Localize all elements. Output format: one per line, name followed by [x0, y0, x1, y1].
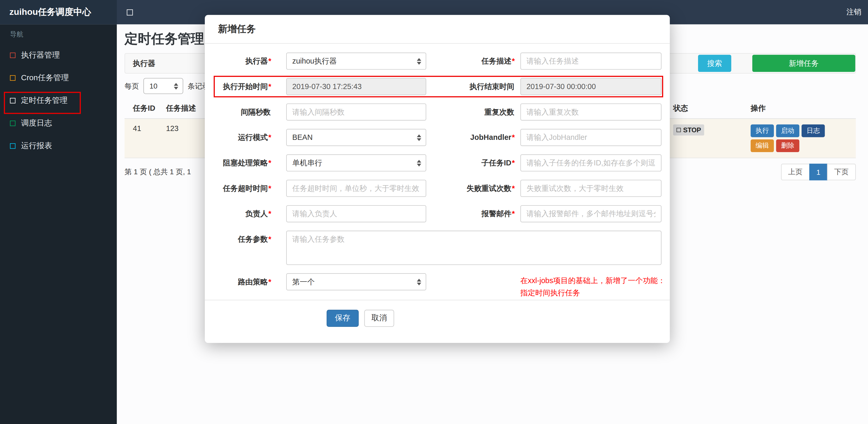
delete-button[interactable]: 删除	[776, 139, 799, 152]
pagination: 上页 1 下页	[781, 164, 856, 181]
alarm-email-input[interactable]	[520, 205, 661, 222]
app-viewport: zuihou任务调度中心 注销 导航 执行器管理 Cron任务管理 定时任务管理…	[0, 0, 868, 424]
sidebar-item-executor-management[interactable]: 执行器管理	[0, 44, 117, 66]
sidebar-item-label: 执行器管理	[21, 50, 60, 60]
prev-page-button[interactable]: 上页	[781, 164, 810, 181]
child-job-label: 子任务ID*	[426, 155, 515, 172]
retry-count-input[interactable]	[520, 180, 661, 197]
jobhandler-input[interactable]	[520, 129, 661, 146]
execute-button[interactable]: 执行	[751, 125, 774, 137]
job-param-textarea[interactable]	[286, 231, 661, 265]
start-time-field[interactable]: 2019-07-30 17:25:43	[286, 78, 426, 95]
menu-square-icon	[10, 143, 16, 149]
sidebar-toggle[interactable]	[117, 0, 142, 24]
retry-count-label: 失败重试次数*	[426, 180, 515, 197]
executor-filter-label: 执行器	[133, 58, 155, 68]
menu-square-icon	[10, 75, 16, 80]
menu-square-icon	[10, 98, 16, 103]
start-time-label: 执行开始时间*	[219, 78, 271, 95]
sidebar-item-dispatch-log[interactable]: 调度日志	[0, 112, 117, 134]
job-desc-label: 任务描述*	[426, 53, 515, 70]
next-page-button[interactable]: 下页	[827, 164, 856, 181]
pagination-summary: 第 1 页 ( 总共 1 页, 1	[125, 167, 191, 177]
select-arrows-icon	[417, 134, 421, 141]
status-badge: STOP	[673, 125, 704, 135]
save-button[interactable]: 保存	[327, 309, 359, 327]
form-row: 运行模式* BEAN JobHandler*	[205, 129, 670, 146]
repeat-count-input[interactable]	[520, 103, 661, 121]
feature-note: 在xxl-jobs项目的基础上，新增了一个功能： 指定时间执行任务	[520, 273, 665, 299]
run-mode-label: 运行模式*	[219, 129, 271, 146]
form-row: 间隔秒数 重复次数	[205, 103, 670, 121]
run-mode-select[interactable]: BEAN	[286, 129, 426, 146]
modal-body: 执行器* zuihou执行器 任务描述* 执行开始时间* 2019-07-30 …	[205, 44, 670, 299]
menu-square-icon	[10, 52, 16, 58]
route-strategy-label: 路由策略*	[219, 273, 271, 290]
form-row: 执行器* zuihou执行器 任务描述*	[205, 53, 670, 70]
executor-label: 执行器*	[219, 53, 271, 70]
status-square-icon	[676, 128, 681, 132]
logout-link[interactable]: 注销	[840, 0, 868, 24]
form-row: 负责人* 报警邮件*	[205, 205, 670, 222]
per-page-select[interactable]: 10	[143, 78, 183, 94]
select-arrows-icon	[174, 83, 178, 89]
sidebar-item-scheduled-task-management[interactable]: 定时任务管理	[0, 89, 117, 112]
block-strategy-select[interactable]: 单机串行	[286, 155, 426, 172]
per-page-label: 每页	[125, 81, 139, 91]
form-row: 任务超时时间* 失败重试次数*	[205, 180, 670, 197]
select-arrows-icon	[417, 58, 421, 64]
end-time-label: 执行结束时间	[426, 78, 515, 95]
child-job-input[interactable]	[520, 155, 661, 172]
modal-title: 新增任务	[218, 23, 256, 35]
block-strategy-label: 阻塞处理策略*	[219, 155, 271, 172]
job-desc-input[interactable]	[520, 53, 661, 70]
owner-input[interactable]	[286, 205, 426, 222]
executor-select[interactable]: zuihou执行器	[286, 53, 426, 70]
log-button[interactable]: 日志	[802, 125, 825, 137]
page-number-button[interactable]: 1	[809, 164, 828, 181]
modal-header: 新增任务	[205, 15, 670, 43]
form-row: 执行开始时间* 2019-07-30 17:25:43 执行结束时间 2019-…	[205, 78, 670, 95]
jobhandler-label: JobHandler*	[426, 129, 515, 146]
header-status: 状态	[671, 98, 748, 118]
sidebar-item-label: 定时任务管理	[21, 95, 67, 105]
sidebar-toggle-icon	[126, 9, 132, 15]
search-button[interactable]: 搜索	[698, 55, 731, 72]
form-row: 阻塞处理策略* 单机串行 子任务ID*	[205, 155, 670, 172]
repeat-count-label: 重复次数	[426, 103, 515, 121]
cell-operations: 执行 启动 日志 编辑 删除	[748, 119, 856, 158]
sidebar-item-label: 调度日志	[21, 118, 52, 128]
cell-task-id: 41	[125, 119, 163, 158]
alarm-email-label: 报警邮件*	[426, 205, 515, 222]
app-brand: zuihou任务调度中心	[0, 0, 117, 24]
timeout-label: 任务超时时间*	[219, 180, 271, 197]
add-task-button[interactable]: 新增任务	[752, 55, 855, 72]
sidebar: 导航 执行器管理 Cron任务管理 定时任务管理 调度日志 运行报表	[0, 24, 117, 424]
sidebar-section-label: 导航	[0, 24, 117, 43]
end-time-field[interactable]: 2019-07-30 00:00:00	[520, 78, 661, 95]
cell-status: STOP	[671, 119, 748, 158]
modal-footer: 保存 取消	[205, 300, 670, 327]
owner-label: 负责人*	[219, 205, 271, 222]
header-task-id: 任务ID	[125, 98, 163, 118]
sidebar-item-label: Cron任务管理	[21, 73, 69, 83]
job-param-label: 任务参数*	[219, 231, 271, 248]
sidebar-item-run-report[interactable]: 运行报表	[0, 134, 117, 157]
route-strategy-select[interactable]: 第一个	[286, 273, 426, 290]
select-arrows-icon	[417, 160, 421, 166]
start-button[interactable]: 启动	[776, 125, 799, 137]
header-operations: 操作	[748, 98, 856, 118]
sidebar-item-label: 运行报表	[21, 141, 52, 151]
sidebar-item-cron-task-management[interactable]: Cron任务管理	[0, 66, 117, 89]
select-arrows-icon	[417, 279, 421, 285]
timeout-input[interactable]	[286, 180, 426, 197]
menu-square-icon	[10, 120, 16, 126]
form-row: 任务参数*	[205, 231, 670, 265]
form-row: 路由策略* 第一个 在xxl-jobs项目的基础上，新增了一个功能： 指定时间执…	[205, 273, 670, 299]
interval-label: 间隔秒数	[219, 103, 271, 121]
cancel-button[interactable]: 取消	[364, 309, 394, 327]
interval-input[interactable]	[286, 103, 426, 121]
add-task-modal: 新增任务 执行器* zuihou执行器 任务描述* 执行开始时间* 2019-0…	[205, 15, 670, 343]
edit-button[interactable]: 编辑	[751, 139, 774, 152]
